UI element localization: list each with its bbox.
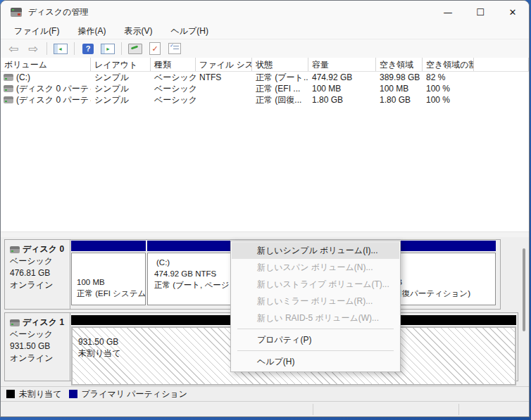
- legend-label-primary: プライマリ パーティション: [82, 388, 187, 400]
- volume-icon: [4, 85, 13, 92]
- table-row[interactable]: (ディスク 0 パーティシ... シンプル ベーシック 正常 (EFI ... …: [1, 83, 529, 94]
- volume-capacity: 1.80 GB: [308, 95, 376, 105]
- show-action-pane-icon: ►: [101, 44, 115, 54]
- forward-button[interactable]: ⇨: [25, 41, 42, 56]
- menu-item-new-spanned-volume: 新しいスパン ボリューム(N)...: [232, 259, 399, 276]
- disk-size: 476.81 GB: [10, 267, 70, 279]
- menu-item-new-simple-volume[interactable]: 新しいシンプル ボリューム(I)...: [232, 242, 399, 259]
- minimize-button[interactable]: —: [432, 1, 464, 23]
- menu-bar: ファイル(F) 操作(A) 表示(V) ヘルプ(H): [1, 23, 529, 39]
- col-free-percent[interactable]: 空き領域の割...: [423, 58, 474, 71]
- menu-file[interactable]: ファイル(F): [8, 24, 65, 39]
- toolbar-separator: [121, 42, 122, 55]
- col-free-space[interactable]: 空き領域: [376, 58, 423, 71]
- disk-type: ベーシック: [10, 329, 70, 341]
- menu-view[interactable]: 表示(V): [118, 24, 158, 39]
- disk-management-icon: [11, 8, 22, 17]
- help-icon: ?: [82, 44, 94, 54]
- col-filesystem[interactable]: ファイル システム: [196, 58, 252, 71]
- forward-icon: ⇨: [28, 43, 38, 55]
- volume-layout: シンプル: [91, 83, 151, 95]
- col-status[interactable]: 状態: [252, 58, 308, 71]
- menu-help[interactable]: ヘルプ(H): [164, 24, 215, 39]
- volume-icon: [4, 74, 13, 81]
- volume-name: (ディスク 0 パーティシ...: [16, 94, 91, 106]
- disk-0-label[interactable]: ディスク 0 ベーシック 476.81 GB オンライン: [5, 240, 70, 309]
- disk-management-window: ディスクの管理 — ☐ ✕ ファイル(F) 操作(A) 表示(V) ヘルプ(H)…: [0, 0, 530, 417]
- disk-name: ディスク 0: [23, 243, 64, 255]
- help-button[interactable]: ?: [80, 41, 96, 56]
- check-document-button[interactable]: ✓: [146, 41, 163, 56]
- col-volume[interactable]: ボリューム: [1, 58, 91, 71]
- list-options-icon: [168, 43, 181, 54]
- disk-1-label[interactable]: ディスク 1 ベーシック 931.50 GB オンライン: [5, 313, 70, 381]
- disk-type: ベーシック: [10, 255, 70, 267]
- show-console-tree-icon: ◄: [54, 44, 68, 54]
- volume-icon: [4, 96, 13, 103]
- col-layout[interactable]: レイアウト: [91, 58, 151, 71]
- show-console-tree-button[interactable]: ◄: [52, 41, 69, 56]
- volume-layout: シンプル: [91, 94, 151, 106]
- disk-name: ディスク 1: [23, 317, 64, 329]
- menu-separator: [237, 350, 394, 351]
- volume-capacity: 100 MB: [308, 84, 376, 94]
- context-menu: 新しいシンプル ボリューム(I)... 新しいスパン ボリューム(N)... 新…: [230, 241, 401, 372]
- menu-action[interactable]: 操作(A): [71, 24, 112, 39]
- menu-item-new-striped-volume: 新しいストライプ ボリューム(T)...: [232, 276, 399, 293]
- volume-free: 389.98 GB: [376, 72, 423, 82]
- menu-separator: [237, 329, 394, 329]
- close-button[interactable]: ✕: [496, 1, 529, 23]
- vertical-scrollbar[interactable]: [519, 241, 527, 382]
- partition-efi[interactable]: 100 MB 正常 (EFI システム パ: [71, 241, 146, 307]
- table-row[interactable]: (C:) シンプル ベーシック NTFS 正常 (ブート... 474.92 G…: [1, 72, 529, 83]
- disk-status: オンライン: [10, 279, 70, 291]
- volume-capacity: 474.92 GB: [308, 72, 376, 82]
- disk-status: オンライン: [10, 352, 70, 364]
- volume-table-header: ボリューム レイアウト 種類 ファイル システム 状態 容量 空き領域 空き領域…: [1, 58, 529, 72]
- col-capacity[interactable]: 容量: [308, 58, 376, 71]
- back-button[interactable]: ⇦: [5, 41, 22, 56]
- disk-icon: [10, 319, 20, 326]
- volume-free-pct: 100 %: [423, 84, 474, 94]
- status-divider: [458, 404, 459, 415]
- legend-bar: 未割り当て プライマリ パーティション: [1, 386, 529, 401]
- device-properties-button[interactable]: [127, 41, 144, 56]
- disk-icon: [10, 246, 20, 253]
- volume-status: 正常 (ブート...: [252, 72, 308, 84]
- volume-name: (C:): [16, 72, 30, 82]
- device-properties-icon: [128, 44, 142, 54]
- show-action-pane-button[interactable]: ►: [99, 41, 116, 56]
- menu-item-new-mirrored-volume: 新しいミラー ボリューム(R)...: [232, 293, 399, 310]
- check-document-icon: ✓: [149, 42, 161, 55]
- partition-status: 正常 (EFI システム パ: [77, 288, 145, 299]
- scrollbar-thumb[interactable]: [523, 248, 525, 331]
- volume-layout: シンプル: [91, 72, 151, 84]
- list-options-button[interactable]: [166, 41, 183, 56]
- volume-free-pct: 100 %: [423, 95, 474, 105]
- legend-label-unallocated: 未割り当て: [19, 388, 62, 400]
- partition-header-bar: [71, 241, 146, 251]
- volume-free: 100 MB: [376, 84, 423, 94]
- col-empty: [474, 58, 529, 71]
- volume-free: 1.80 GB: [376, 95, 423, 105]
- menu-item-help[interactable]: ヘルプ(H): [232, 353, 399, 370]
- title-bar: ディスクの管理 — ☐ ✕: [1, 1, 529, 23]
- volume-type: ベーシック: [151, 94, 196, 106]
- volume-name: (ディスク 0 パーティシ...: [16, 83, 91, 95]
- toolbar: ⇦ ⇨ ◄ ? ► ✓: [1, 39, 529, 58]
- col-type[interactable]: 種類: [151, 58, 196, 71]
- volume-status: 正常 (EFI ...: [252, 83, 308, 95]
- volume-type: ベーシック: [151, 72, 196, 84]
- back-icon: ⇦: [8, 43, 18, 55]
- status-bar: [1, 401, 529, 417]
- volume-type: ベーシック: [151, 83, 196, 95]
- volume-free-pct: 82 %: [423, 72, 474, 82]
- menu-item-properties[interactable]: プロパティ(P): [232, 331, 399, 348]
- table-row[interactable]: (ディスク 0 パーティシ... シンプル ベーシック 正常 (回復... 1.…: [1, 94, 529, 106]
- maximize-button[interactable]: ☐: [464, 1, 496, 23]
- partition-size: 100 MB: [77, 276, 145, 288]
- toolbar-separator: [74, 42, 75, 55]
- unallocated-swatch: [6, 390, 15, 398]
- menu-item-new-raid5-volume: 新しい RAID-5 ボリューム(W)...: [232, 310, 399, 326]
- toolbar-separator: [46, 42, 47, 55]
